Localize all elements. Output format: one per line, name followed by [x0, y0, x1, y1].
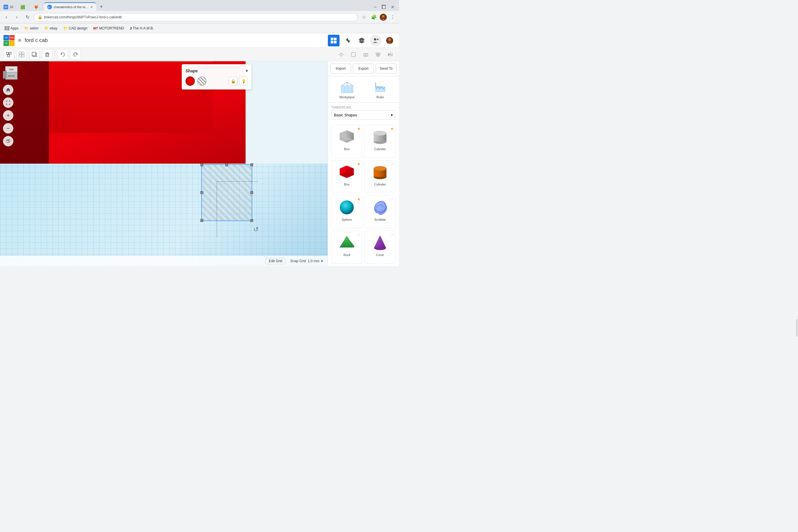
color-swatch-striped[interactable] [197, 76, 207, 86]
star-sphere[interactable]: ★ [357, 197, 361, 202]
home-view-button[interactable] [3, 84, 14, 95]
shape-item-box-red[interactable]: ★ Box [331, 160, 362, 193]
tab-1[interactable]: 66 66 [0, 3, 17, 11]
delete-button[interactable] [42, 49, 53, 60]
ungroup-button[interactable] [16, 49, 27, 60]
lock-button[interactable]: 🔒 [229, 77, 238, 86]
tab-4-close[interactable]: × [90, 5, 93, 10]
redo-button[interactable] [70, 49, 81, 60]
shape-item-cylinder-gray[interactable]: ★ Cylinder [365, 125, 396, 158]
ruler-tool[interactable]: Ruler [373, 80, 387, 99]
shape-item-cylinder-orange[interactable]: ☆ Cylinder [365, 160, 396, 193]
orientation-cube[interactable]: TOP BACK [3, 65, 19, 82]
svg-point-31 [365, 54, 367, 56]
fit-all-button[interactable] [3, 97, 14, 108]
folder-icon-cad: 📁 [63, 26, 68, 30]
bookmark-cad[interactable]: 📁 CAD design [61, 25, 90, 31]
svg-line-51 [347, 82, 353, 86]
undo-button[interactable] [57, 49, 68, 60]
svg-rect-16 [19, 52, 21, 54]
reload-button[interactable]: ↻ [23, 13, 32, 21]
tab-4-active[interactable]: G charateristics of the religion of is..… [44, 2, 96, 11]
svg-line-50 [341, 82, 347, 86]
layers-button[interactable] [356, 35, 367, 46]
basic-shapes-dropdown[interactable]: Basic Shapes ▾ [331, 110, 396, 119]
camera-button[interactable] [361, 49, 371, 60]
cube-top-face: TOP [5, 66, 18, 73]
bookmark-apps[interactable]: Apps [2, 25, 21, 32]
shape-panel: Shape ▾ 🔒 💡 [182, 64, 252, 90]
shape-color-row: 🔒 💡 [186, 76, 248, 86]
snap-dropdown-button[interactable]: ▾ [321, 259, 323, 263]
build-button[interactable] [342, 35, 354, 46]
visibility-button[interactable]: 💡 [239, 77, 248, 86]
star-box-red[interactable]: ★ [357, 162, 361, 166]
shape-item-scribble[interactable]: ☆ Scribble [365, 195, 396, 228]
shape-outline-button[interactable] [348, 49, 359, 60]
shape-item-cone[interactable]: ☆ Cone [365, 231, 396, 264]
handle-top-right[interactable] [250, 163, 253, 166]
logo-br: D [10, 40, 15, 46]
color-swatch-red[interactable] [186, 76, 195, 86]
star-cone[interactable]: ☆ [390, 232, 394, 237]
zoom-out-button[interactable] [3, 123, 14, 134]
import-button[interactable]: Import [330, 63, 351, 74]
chrome-menu-button[interactable]: ⋮ [388, 13, 397, 21]
add-person-button[interactable] [370, 35, 381, 46]
star-button[interactable]: ☆ [360, 13, 368, 21]
back-button[interactable]: ‹ [2, 13, 11, 21]
tab-add-button[interactable]: + [97, 3, 105, 11]
handle-mid-right[interactable] [250, 191, 253, 194]
url-bar[interactable]: 🔒 tinkercad.com/things/ItNPTvPowcJ-ford-… [34, 13, 358, 21]
restore-button[interactable]: ⧠ [380, 3, 388, 11]
align-button[interactable] [373, 49, 383, 60]
bookmark-ebay[interactable]: 📁 ebay [42, 25, 60, 31]
star-scribble[interactable]: ☆ [390, 197, 394, 202]
hamburger-button[interactable]: ≡ [18, 37, 21, 43]
profile-pic[interactable] [384, 35, 396, 46]
light-button[interactable] [336, 49, 346, 60]
shape-item-box-gray[interactable]: ★ Box [331, 125, 362, 158]
extensions-button[interactable]: 🧩 [370, 13, 378, 21]
export-button[interactable]: Export [353, 63, 374, 74]
view-cube-button[interactable] [3, 136, 14, 147]
svg-rect-18 [19, 55, 21, 57]
handle-top-left[interactable] [201, 163, 203, 166]
handle-mid-left[interactable] [201, 191, 203, 194]
close-window-button[interactable]: × [388, 3, 397, 11]
group-button[interactable] [3, 49, 14, 60]
bookmark-seton[interactable]: 📁 seton [22, 25, 40, 31]
edit-grid-button[interactable]: Edit Grid [265, 258, 286, 264]
grid-view-button[interactable] [328, 35, 340, 46]
star-roof[interactable]: ☆ [357, 232, 361, 237]
bookmark-motortrend[interactable]: MT MOTORTREND [91, 25, 126, 31]
handle-bottom-left[interactable] [201, 219, 203, 222]
mirror-button[interactable] [385, 49, 396, 60]
star-box-gray[interactable]: ★ [357, 126, 361, 131]
handle-top-mid[interactable] [225, 163, 228, 166]
cad-label: CAD design [69, 26, 88, 30]
tab-3[interactable]: 🦊 [30, 3, 44, 11]
tab-2[interactable]: 🟩 [17, 3, 30, 11]
handle-bottom-right[interactable] [250, 219, 253, 222]
shape-item-sphere[interactable]: ★ Sphere [331, 195, 362, 228]
rotate-handle[interactable]: ↻ [253, 226, 259, 233]
zoom-in-button[interactable] [3, 110, 14, 121]
bookmark-hamb[interactable]: J The H.A.M.B. [128, 25, 156, 31]
shape-panel-arrow[interactable]: ▾ [246, 68, 248, 74]
svg-rect-5 [334, 38, 337, 40]
star-cylinder-orange[interactable]: ☆ [390, 162, 394, 166]
forward-button[interactable]: › [13, 13, 21, 21]
duplicate-button[interactable] [29, 49, 40, 60]
tinkercad-label: Tinkercad [331, 106, 396, 109]
viewport[interactable]: ↻ Shape ▾ 🔒 💡 [0, 61, 327, 266]
svg-rect-6 [331, 41, 334, 43]
star-cylinder-gray[interactable]: ★ [390, 126, 394, 131]
profile-avatar[interactable] [380, 14, 387, 21]
minimize-button[interactable]: − [371, 3, 379, 11]
workplane-tool[interactable]: Workplane [339, 80, 354, 99]
selected-shape[interactable] [201, 164, 252, 221]
cylinder-orange-svg [371, 163, 390, 182]
shape-item-roof[interactable]: ☆ Roof [331, 231, 362, 264]
send-to-button[interactable]: Send To [376, 63, 397, 74]
